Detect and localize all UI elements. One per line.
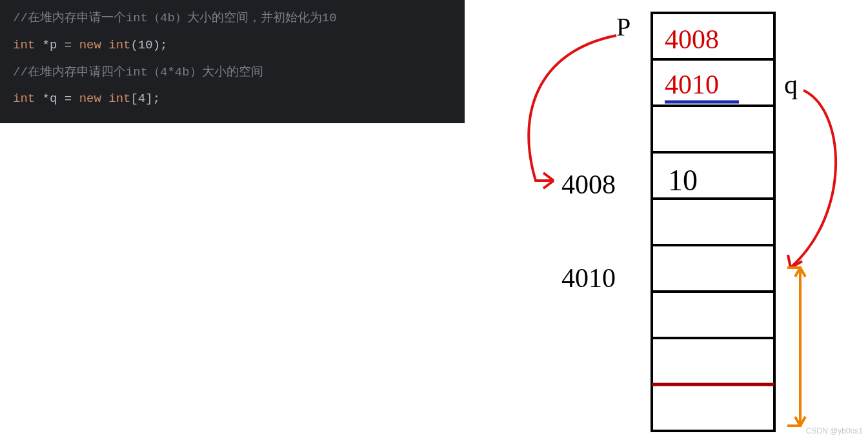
- arrow-array-span: [787, 268, 805, 426]
- code-text: *q =: [35, 92, 79, 106]
- code-text: [4];: [130, 92, 160, 106]
- label-p: P: [616, 12, 631, 41]
- keyword-int: int: [13, 38, 35, 52]
- code-line-1: int *p = new int(10);: [0, 32, 465, 59]
- arrow-q-to-4010: [788, 90, 836, 268]
- code-comment-2: //在堆内存申请四个int（4*4b）大小的空间: [0, 59, 465, 86]
- code-comment-1: //在堆内存申请一个int（4b）大小的空间，并初始化为10: [0, 5, 465, 32]
- addr-4010: 4010: [561, 263, 616, 293]
- cell-value-10: 10: [668, 164, 698, 197]
- memory-cells: [652, 13, 774, 431]
- arrow-p-to-4008: [529, 35, 616, 188]
- code-line-2: int *q = new int[4];: [0, 86, 465, 113]
- keyword-new-int: new int: [79, 38, 131, 52]
- keyword-new-int: new int: [79, 92, 131, 106]
- watermark: CSDN @yb0os1: [806, 426, 863, 435]
- cell-p-value: 4008: [665, 25, 719, 54]
- addr-4008: 4008: [561, 170, 616, 199]
- svg-rect-0: [652, 13, 774, 431]
- code-text: *p =: [35, 38, 79, 52]
- code-text: (10);: [130, 38, 167, 52]
- code-block: //在堆内存申请一个int（4b）大小的空间，并初始化为10 int *p = …: [0, 0, 465, 123]
- label-q: q: [784, 70, 798, 99]
- keyword-int: int: [13, 92, 35, 106]
- cell-q-value: 4010: [665, 70, 719, 99]
